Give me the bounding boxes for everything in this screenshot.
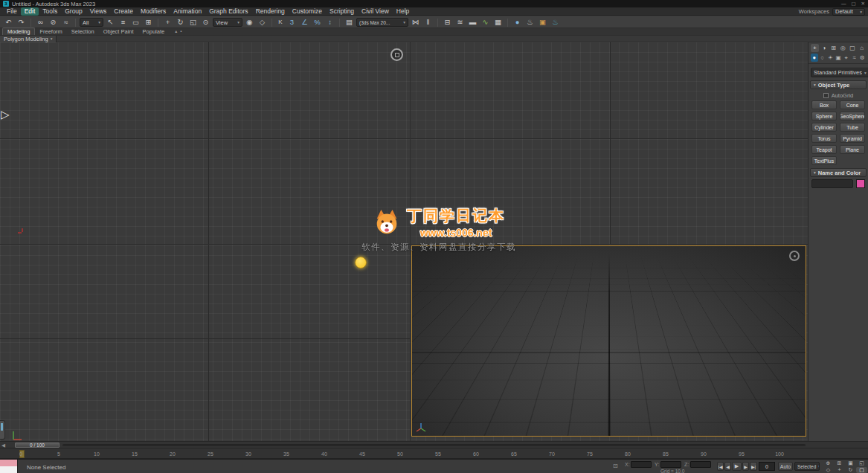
y-coordinate-field[interactable]: [660, 461, 681, 468]
menu-item-scripting[interactable]: Scripting: [326, 7, 358, 16]
menu-item-modifiers[interactable]: Modifiers: [137, 7, 170, 16]
category-systems-icon[interactable]: ⚙: [858, 54, 866, 62]
auto-key-button[interactable]: Auto: [778, 462, 793, 471]
viewport-area[interactable]: ▷ 丁: [0, 42, 808, 441]
tab-create[interactable]: +: [811, 44, 819, 52]
spinner-snap-icon[interactable]: ↕: [324, 18, 335, 28]
ribbon-tab-modeling[interactable]: Modeling: [2, 28, 35, 35]
tab-modify[interactable]: ◑: [820, 44, 829, 52]
viewport-layout-tab[interactable]: [0, 420, 5, 440]
menu-item-rendering[interactable]: Rendering: [252, 7, 289, 16]
rollout-name-and-color[interactable]: ▾ Name and Color: [810, 168, 867, 177]
viewcube-icon[interactable]: [789, 251, 800, 261]
category-helpers-icon[interactable]: ⌖: [843, 54, 850, 62]
object-color-swatch[interactable]: [856, 179, 865, 188]
named-selection-sets-dropdown[interactable]: (3ds Max 20... ▾: [356, 18, 408, 27]
rollout-object-type[interactable]: ▾ Object Type: [810, 80, 867, 89]
rectangular-selection-region-icon[interactable]: ▭: [130, 18, 141, 28]
current-frame-field[interactable]: 0: [759, 462, 775, 471]
render-setup-icon[interactable]: ♨: [524, 18, 536, 28]
toggle-scene-explorer-icon[interactable]: ⊟: [442, 18, 453, 28]
go-to-end-button[interactable]: ▶|: [750, 462, 757, 471]
snap-toggle-3d-icon[interactable]: 3: [286, 18, 298, 28]
maxscript-mini-listener-macro[interactable]: [0, 460, 18, 466]
polygon-modeling-panel[interactable]: Polygon Modeling ▾: [0, 36, 57, 42]
edit-named-selection-sets-icon[interactable]: ▤: [344, 18, 355, 28]
align-icon[interactable]: ‖: [422, 18, 434, 28]
ribbon-tab-selection[interactable]: Selection: [67, 28, 99, 35]
reference-coordinate-system-dropdown[interactable]: View ▾: [213, 18, 242, 27]
tab-utilities[interactable]: ⌂: [858, 44, 866, 52]
percent-snap-icon[interactable]: %: [312, 18, 323, 28]
primitive-button-cone[interactable]: Cone: [840, 100, 865, 109]
minimize-button[interactable]: —: [841, 1, 846, 7]
primitive-button-pyramid[interactable]: Pyramid: [840, 134, 865, 143]
primitive-category-dropdown[interactable]: Standard Primitives ▾: [811, 68, 868, 77]
zoom-extents-all-icon[interactable]: ◱: [856, 460, 867, 467]
render-production-icon[interactable]: ♨: [550, 18, 561, 28]
tab-hierarchy[interactable]: ⊞: [829, 44, 838, 52]
ribbon-tab-freeform[interactable]: Freeform: [35, 28, 66, 35]
close-button[interactable]: ✕: [861, 1, 865, 7]
rendered-frame-window-icon[interactable]: ▣: [537, 18, 548, 28]
use-pivot-point-center-icon[interactable]: ◉: [244, 18, 255, 28]
select-and-rotate-icon[interactable]: ↻: [175, 18, 186, 28]
primitive-button-textplus[interactable]: TextPlus: [811, 156, 837, 165]
next-frame-button[interactable]: ▶: [742, 462, 749, 471]
ribbon-tab-object-paint[interactable]: Object Paint: [99, 28, 138, 35]
bind-to-space-warp-icon[interactable]: ≈: [60, 18, 71, 28]
material-editor-icon[interactable]: ●: [512, 18, 523, 28]
primitive-button-box[interactable]: Box: [811, 100, 837, 109]
maximize-viewport-toggle-icon[interactable]: ▢: [856, 467, 867, 473]
menu-item-animation[interactable]: Animation: [170, 7, 205, 16]
pan-view-icon[interactable]: +: [834, 467, 845, 473]
toggle-layer-explorer-icon[interactable]: ≋: [454, 18, 466, 28]
select-object-icon[interactable]: ↖: [105, 18, 116, 28]
zoom-extents-icon[interactable]: ▣: [845, 460, 856, 467]
select-and-manipulate-icon[interactable]: ◇: [257, 18, 268, 28]
curve-editor-icon[interactable]: ∿: [480, 18, 491, 28]
keyboard-shortcut-override-icon[interactable]: K: [276, 18, 285, 28]
orbit-icon[interactable]: ↻: [845, 467, 856, 473]
menu-item-views[interactable]: Views: [86, 7, 111, 16]
mirror-icon[interactable]: ⋈: [410, 18, 421, 28]
select-and-link-icon[interactable]: ∞: [35, 18, 46, 28]
selection-filter-dropdown[interactable]: All ▾: [80, 18, 103, 27]
ribbon-minimize-icon[interactable]: ▴: [175, 28, 177, 35]
menu-item-group[interactable]: Group: [61, 7, 86, 16]
field-of-view-icon[interactable]: ◇: [823, 467, 834, 473]
play-button[interactable]: ▶: [732, 462, 742, 471]
select-and-place-icon[interactable]: ⊙: [200, 18, 211, 28]
angle-snap-icon[interactable]: ∠: [299, 18, 310, 28]
key-filter-dropdown[interactable]: Selected ▾: [794, 462, 820, 471]
window-crossing-icon[interactable]: ⊞: [143, 18, 154, 28]
previous-frame-button[interactable]: ◀: [724, 462, 731, 471]
primitive-button-torus[interactable]: Torus: [811, 134, 837, 143]
zoom-icon[interactable]: ⊕: [823, 460, 834, 467]
tab-display[interactable]: ▢: [849, 44, 857, 52]
category-space-warps-icon[interactable]: ≈: [851, 54, 858, 62]
category-shapes-icon[interactable]: ○: [819, 54, 826, 62]
time-slider-track[interactable]: [62, 444, 806, 446]
unlink-selection-icon[interactable]: ⊘: [48, 18, 59, 28]
menu-item-graph-editors[interactable]: Graph Editors: [205, 7, 251, 16]
menu-item-tools[interactable]: Tools: [39, 7, 61, 16]
schematic-view-icon[interactable]: ▦: [492, 18, 504, 28]
ribbon-tab-populate[interactable]: Populate: [138, 28, 170, 35]
menu-item-create[interactable]: Create: [110, 7, 137, 16]
category-lights-icon[interactable]: ☀: [826, 54, 834, 62]
primitive-button-cylinder[interactable]: Cylinder: [811, 123, 837, 132]
workspace-dropdown[interactable]: Default ▾: [832, 8, 865, 16]
viewport-divider[interactable]: [0, 244, 808, 245]
menu-item-help[interactable]: Help: [393, 7, 413, 16]
maximize-button[interactable]: ▢: [851, 1, 855, 7]
viewport-perspective[interactable]: [411, 245, 806, 437]
tab-motion[interactable]: ◎: [839, 44, 847, 52]
go-to-start-button[interactable]: |◀: [717, 462, 724, 471]
select-by-name-icon[interactable]: ≡: [118, 18, 129, 28]
menu-item-file[interactable]: File: [3, 7, 21, 16]
redo-icon[interactable]: ↷: [16, 18, 27, 28]
primitive-button-tube[interactable]: Tube: [840, 123, 865, 132]
viewport-divider[interactable]: [410, 42, 411, 441]
primitive-button-geosphere[interactable]: GeoSphere: [840, 112, 865, 120]
